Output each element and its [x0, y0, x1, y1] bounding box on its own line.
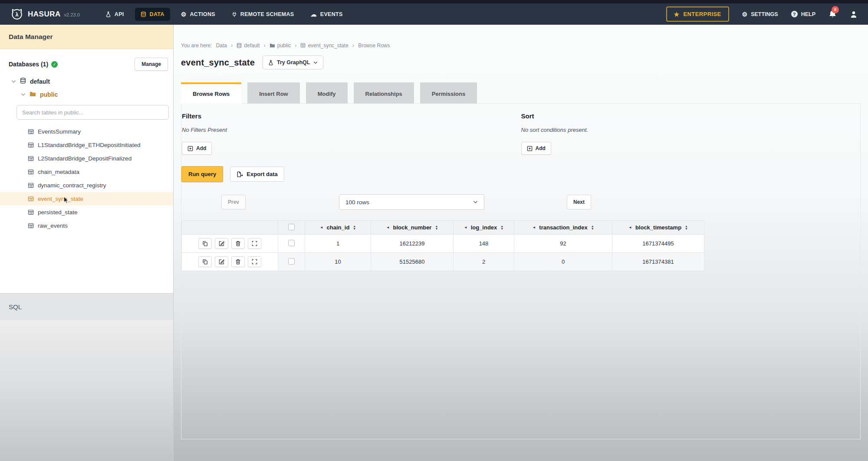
tree-node-database[interactable]: default	[0, 78, 173, 85]
next-page-button[interactable]: Next	[567, 195, 591, 209]
sidebar-table-persisted-state[interactable]: persisted_state	[0, 206, 173, 219]
table-search-input[interactable]	[16, 105, 169, 120]
sidebar-table-raw-events[interactable]: raw_events	[0, 219, 173, 232]
collapse-column-icon[interactable]: ◄	[464, 226, 467, 229]
page-title: event_sync_state	[181, 58, 255, 68]
sidebar-filler	[0, 320, 173, 461]
expand-row-button[interactable]	[248, 256, 261, 267]
table-icon	[300, 43, 306, 48]
table-item-label: L1StandardBridge_ETHDepositInitiated	[38, 142, 140, 148]
column-header-log-index[interactable]: ◄log_index▲▼	[454, 221, 514, 235]
nav-item-api[interactable]: API	[100, 8, 130, 21]
user-icon	[850, 10, 858, 18]
sort-icon[interactable]: ▲▼	[353, 225, 356, 230]
query-actions-row: Run query Export data	[181, 166, 860, 182]
expand-row-button[interactable]	[248, 238, 261, 249]
gear-icon: ⚙	[742, 11, 748, 17]
sidebar-table-dynamic-contract-registry[interactable]: dynamic_contract_registry	[0, 179, 173, 192]
column-header-chain-id[interactable]: ◄chain_id▲▼	[305, 221, 371, 235]
collapse-column-icon[interactable]: ◄	[386, 226, 390, 229]
notifications-button[interactable]: 8	[829, 10, 837, 19]
delete-row-button[interactable]	[231, 256, 245, 267]
sidebar-table-l1standardbridge[interactable]: L1StandardBridge_ETHDepositInitiated	[0, 138, 173, 152]
nav-label-events: EVENTS	[320, 11, 343, 17]
column-header-block-number[interactable]: ◄block_number▲▼	[371, 221, 454, 235]
mouse-cursor-icon	[63, 196, 69, 206]
breadcrumb-data[interactable]: Data	[216, 43, 227, 49]
sort-icon[interactable]: ▲▼	[685, 225, 688, 230]
breadcrumb-separator: ›	[263, 42, 265, 49]
sort-icon[interactable]: ▲▼	[591, 225, 594, 230]
sidebar-table-event-sync-state[interactable]: event_sync_state	[0, 192, 173, 206]
nav-item-data[interactable]: DATA	[135, 8, 170, 21]
clone-icon	[202, 241, 208, 246]
collapse-column-icon[interactable]: ◄	[532, 226, 536, 229]
plus-square-icon	[527, 146, 533, 151]
database-icon	[20, 78, 26, 85]
tab-modify[interactable]: Modify	[306, 82, 348, 104]
nav-item-actions[interactable]: ⚙ ACTIONS	[175, 8, 221, 21]
manage-button[interactable]: Manage	[135, 58, 168, 71]
nav-label-api: API	[115, 11, 124, 17]
sort-section: Sort No sort conditions present. Add	[521, 112, 861, 155]
add-filter-label: Add	[196, 145, 206, 151]
breadcrumb-table[interactable]: event_sync_state	[300, 43, 348, 49]
edit-row-button[interactable]	[215, 238, 228, 249]
cell-block-number: 51525680	[371, 253, 454, 271]
add-sort-button[interactable]: Add	[521, 142, 551, 155]
breadcrumb-schema[interactable]: public	[270, 43, 291, 49]
table-icon	[28, 129, 34, 134]
nav-item-events[interactable]: ☁ EVENTS	[305, 8, 349, 21]
breadcrumb: You are here: Data › default › public › …	[181, 25, 861, 49]
sidebar-table-chain-metadata[interactable]: chain_metadata	[0, 165, 173, 179]
tree-database-label: default	[30, 78, 50, 85]
rows-per-page-select[interactable]: 100 rows	[339, 194, 484, 210]
breadcrumb-database[interactable]: default	[237, 43, 260, 49]
clone-row-button[interactable]	[198, 238, 212, 249]
database-icon	[141, 11, 146, 17]
pagination-row: Prev 100 rows Next	[181, 194, 707, 210]
sidebar-table-eventssummary[interactable]: EventsSummary	[0, 125, 173, 138]
hasura-brand[interactable]: λ HASURA v2.23.0	[10, 8, 80, 21]
table-search	[16, 105, 169, 120]
column-header-transaction-index[interactable]: ◄transaction_index▲▼	[514, 221, 612, 235]
user-menu-button[interactable]	[850, 10, 858, 18]
run-query-button[interactable]: Run query	[181, 166, 223, 182]
notification-badge: 8	[832, 6, 839, 13]
delete-row-button[interactable]	[231, 238, 245, 249]
collapse-column-icon[interactable]: ◄	[628, 226, 632, 229]
try-graphql-button[interactable]: Try GraphQL	[263, 56, 323, 69]
breadcrumb-separator: ›	[352, 42, 354, 49]
breadcrumb-prefix: You are here:	[181, 43, 212, 49]
add-filter-button[interactable]: Add	[182, 142, 212, 155]
row-checkbox[interactable]	[288, 258, 295, 265]
sort-icon[interactable]: ▲▼	[500, 225, 503, 230]
cell-chain-id: 1	[305, 235, 371, 253]
sort-icon[interactable]: ▲▼	[435, 225, 438, 230]
tree-node-schema[interactable]: public	[0, 91, 173, 98]
tab-permissions[interactable]: Permissions	[420, 82, 477, 104]
prev-page-button[interactable]: Prev	[221, 195, 246, 209]
chevron-down-icon	[21, 93, 26, 96]
tab-browse-rows[interactable]: Browse Rows	[181, 82, 241, 104]
help-button[interactable]: ? HELP	[791, 11, 815, 17]
sidebar-table-l2standardbridge[interactable]: L2StandardBridge_DepositFinalized	[0, 152, 173, 165]
nav-item-remote-schemas[interactable]: REMOTE SCHEMAS	[226, 8, 300, 21]
enterprise-button[interactable]: ★ ENTERPRISE	[666, 7, 729, 22]
sidebar-item-sql[interactable]: SQL	[0, 293, 173, 320]
row-select-cell	[278, 253, 305, 271]
column-header-block-timestamp[interactable]: ◄block_timestamp▲▼	[612, 221, 704, 235]
clone-row-button[interactable]	[198, 256, 212, 267]
edit-row-button[interactable]	[215, 256, 228, 267]
export-data-button[interactable]: Export data	[230, 167, 284, 182]
sql-label: SQL	[9, 303, 22, 311]
clone-icon	[202, 259, 208, 265]
cloud-icon: ☁	[311, 11, 317, 17]
tab-insert-row[interactable]: Insert Row	[247, 82, 299, 104]
settings-button[interactable]: ⚙ SETTINGS	[742, 11, 778, 17]
collapse-column-icon[interactable]: ◄	[320, 226, 323, 229]
row-checkbox[interactable]	[288, 240, 295, 246]
data-manager-title: Data Manager	[9, 33, 53, 41]
tab-relationships[interactable]: Relationships	[354, 82, 414, 104]
select-all-checkbox[interactable]	[288, 224, 295, 230]
